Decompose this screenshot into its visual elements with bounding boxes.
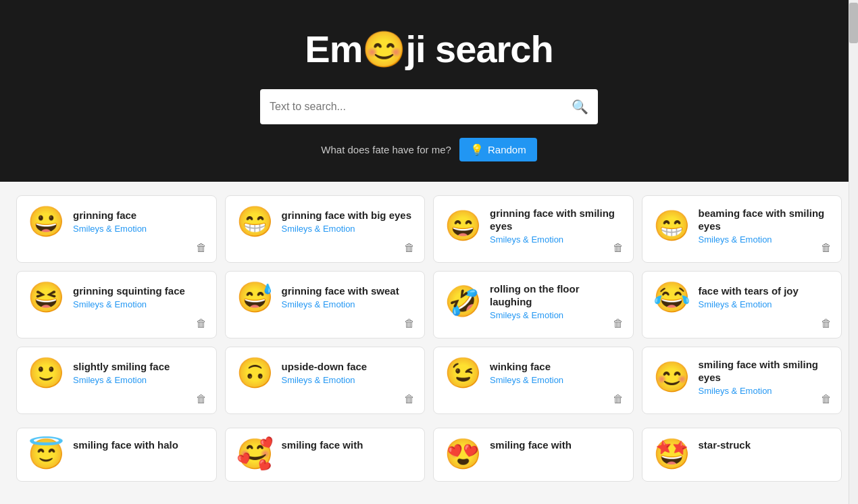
emoji-char: 😆 [28,282,65,312]
card-category: Smileys & Emotion [490,310,622,320]
card-name: rolling on the floor laughing [490,282,622,309]
random-button[interactable]: 💡 Random [459,138,537,161]
card-name: grinning face with big eyes [282,209,414,222]
emoji-card: 😁 grinning face with big eyes Smileys & … [225,195,426,263]
copy-button[interactable]: 🗑 [403,241,416,255]
card-category: Smileys & Emotion [73,299,205,309]
card-top: 😁 beaming face with smiling eyes Smileys… [653,207,831,245]
scrollbar[interactable] [849,0,858,504]
card-category: Smileys & Emotion [699,234,831,245]
emoji-char: 😉 [445,358,482,388]
card-top: 😉 winking face Smileys & Emotion [445,358,622,388]
copy-button[interactable]: 🗑 [611,392,625,407]
card-info: grinning face with sweat Smileys & Emoti… [282,284,414,309]
card-top: 🤣 rolling on the floor laughing Smileys … [445,282,622,320]
emoji-char: 😀 [28,207,65,236]
partial-emoji-card: 😇 smiling face with halo [16,428,217,482]
emoji-char: 😊 [653,362,690,392]
partial-name: smiling face with [490,439,622,451]
scrollbar-thumb [849,3,858,43]
emoji-card: 🤣 rolling on the floor laughing Smileys … [433,271,634,338]
page-header: Em😊ji search 🔍 What does fate have for m… [0,0,858,182]
card-info: slightly smiling face Smileys & Emotion [73,360,205,385]
card-name: grinning face with sweat [282,284,414,298]
card-info: winking face Smileys & Emotion [490,360,622,385]
partial-info: smiling face with [282,439,414,451]
partial-name: smiling face with [282,439,414,451]
card-top: 😊 smiling face with smiling eyes Smileys… [653,358,831,396]
title-text-after: ji search [405,28,553,70]
card-info: face with tears of joy Smileys & Emotion [699,284,831,309]
card-category: Smileys & Emotion [490,375,622,385]
partial-emoji-char: 🤩 [653,439,690,469]
card-top: 😅 grinning face with sweat Smileys & Emo… [236,282,414,312]
card-category: Smileys & Emotion [699,386,831,396]
card-top: 😂 face with tears of joy Smileys & Emoti… [653,282,831,312]
partial-name: star-struck [699,439,831,451]
card-info: grinning face with big eyes Smileys & Em… [282,209,414,234]
card-top: 😀 grinning face Smileys & Emotion [28,207,205,236]
card-name: winking face [490,360,622,374]
card-category: Smileys & Emotion [73,224,205,234]
card-info: grinning squinting face Smileys & Emotio… [73,284,205,309]
card-name: grinning squinting face [73,284,205,298]
card-category: Smileys & Emotion [699,299,831,309]
card-top: 😄 grinning face with smiling eyes Smiley… [445,207,622,245]
card-category: Smileys & Emotion [282,375,414,385]
emoji-card: 😅 grinning face with sweat Smileys & Emo… [225,271,426,338]
search-bar: 🔍 [260,89,598,124]
fate-text: What does fate have for me? [321,144,451,155]
copy-button[interactable]: 🗑 [611,241,625,255]
card-category: Smileys & Emotion [490,234,622,245]
emoji-char: 😅 [236,282,274,312]
copy-button[interactable]: 🗑 [611,316,625,331]
card-name: grinning face [73,209,205,222]
copy-button[interactable]: 🗑 [819,392,833,407]
partial-info: smiling face with halo [73,439,205,451]
card-category: Smileys & Emotion [73,375,205,385]
partial-emoji-char: 😇 [28,439,65,469]
partial-name: smiling face with halo [73,439,205,451]
card-category: Smileys & Emotion [282,224,414,234]
search-icon[interactable]: 🔍 [572,99,588,115]
copy-button[interactable]: 🗑 [819,241,833,255]
partial-emoji-char: 🥰 [236,439,274,469]
random-label: Random [488,144,526,155]
card-info: rolling on the floor laughing Smileys & … [490,282,622,320]
card-info: beaming face with smiling eyes Smileys &… [699,207,831,245]
card-name: upside-down face [282,360,414,374]
partial-emoji-card: 😍 smiling face with [433,428,634,482]
emoji-char: 😁 [653,211,690,241]
card-top: 😁 grinning face with big eyes Smileys & … [236,207,414,236]
emoji-grid: 😀 grinning face Smileys & Emotion 🗑 😁 gr… [0,182,858,428]
card-name: face with tears of joy [699,284,831,298]
partial-emoji-card: 🥰 smiling face with [225,428,426,482]
copy-button[interactable]: 🗑 [195,392,208,407]
emoji-char: 🙂 [28,358,65,388]
copy-button[interactable]: 🗑 [195,316,208,331]
fate-row: What does fate have for me? 💡 Random [14,138,844,161]
card-top: 😆 grinning squinting face Smileys & Emot… [28,282,205,312]
card-name: smiling face with smiling eyes [699,358,831,384]
card-top: 🙃 upside-down face Smileys & Emotion [236,358,414,388]
card-info: grinning face Smileys & Emotion [73,209,205,234]
emoji-card: 🙃 upside-down face Smileys & Emotion 🗑 [225,347,426,414]
copy-button[interactable]: 🗑 [195,241,208,255]
card-top: 🙂 slightly smiling face Smileys & Emotio… [28,358,205,388]
emoji-card: 😉 winking face Smileys & Emotion 🗑 [433,347,634,414]
page-title: Em😊ji search [14,27,844,73]
partial-info: star-struck [699,439,831,451]
title-emoji: 😊 [362,29,405,70]
copy-button[interactable]: 🗑 [403,392,416,407]
emoji-char: 🙃 [236,358,274,388]
copy-button[interactable]: 🗑 [403,316,416,331]
emoji-char: 😄 [445,211,482,241]
card-name: beaming face with smiling eyes [699,207,831,233]
emoji-card: 😆 grinning squinting face Smileys & Emot… [16,271,217,338]
copy-button[interactable]: 🗑 [819,316,833,331]
search-input[interactable] [270,101,572,113]
partial-row: 😇 smiling face with halo 🥰 smiling face … [0,428,858,495]
partial-info: smiling face with [490,439,622,451]
emoji-card: 😊 smiling face with smiling eyes Smileys… [642,347,842,414]
emoji-card: 😀 grinning face Smileys & Emotion 🗑 [16,195,217,263]
